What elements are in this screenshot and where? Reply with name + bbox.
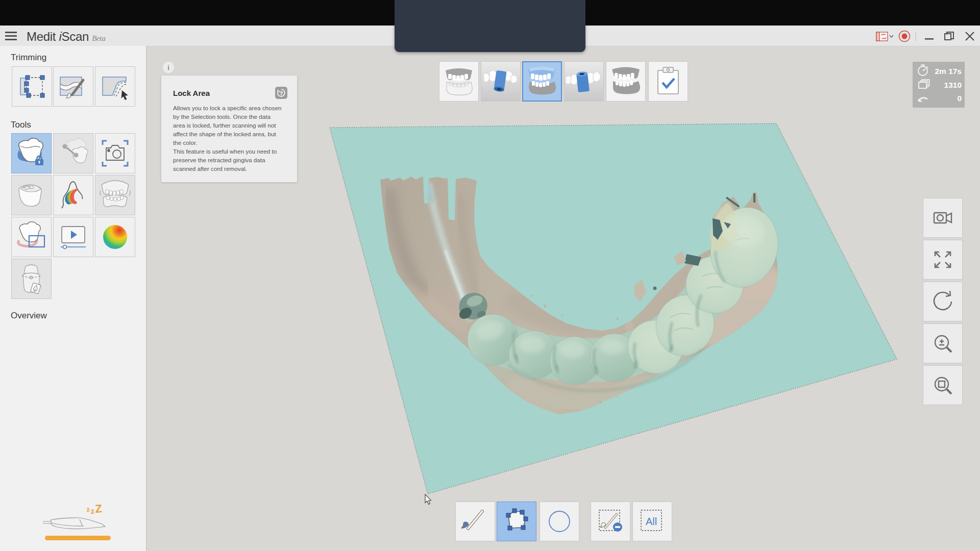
svg-text:?: ? [280, 90, 283, 96]
svg-text:0: 0 [957, 94, 962, 103]
svg-text:All: All [646, 516, 657, 527]
svg-text:2m 17s: 2m 17s [935, 67, 962, 76]
svg-text:1310: 1310 [944, 81, 962, 89]
